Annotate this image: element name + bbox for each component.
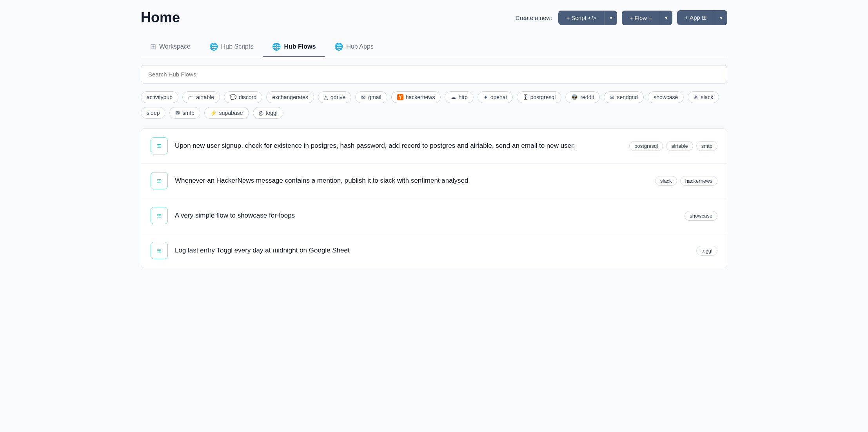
- hackernews-icon: Y: [397, 94, 403, 100]
- filter-tag-toggl-label: toggl: [266, 110, 278, 116]
- flow-item-content: Upon new user signup, check for existenc…: [175, 141, 622, 151]
- header: Home Create a new: + Script </> ▾ + Flow…: [141, 9, 727, 26]
- tab-hub-scripts-label: Hub Scripts: [221, 43, 254, 50]
- filter-tag-slack[interactable]: ✳slack: [688, 91, 719, 103]
- flow-tag-toggl[interactable]: toggl: [696, 246, 717, 256]
- flow-item-tags: showcase: [685, 211, 717, 221]
- filter-tag-smtp-label: smtp: [182, 110, 194, 116]
- flow-item-tags: slackhackernews: [655, 176, 717, 186]
- filter-tag-gdrive[interactable]: △gdrive: [318, 91, 351, 103]
- page-title: Home: [141, 9, 180, 26]
- hub-scripts-icon: 🌐: [209, 42, 218, 51]
- flow-item-title: Log last entry Toggl every day at midnig…: [175, 245, 689, 256]
- filter-tag-hackernews-label: hackernews: [406, 94, 435, 100]
- filter-tag-discord[interactable]: 💬discord: [224, 91, 262, 103]
- filter-tag-showcase-label: showcase: [654, 94, 678, 100]
- tab-workspace[interactable]: ⊞ Workspace: [141, 37, 200, 57]
- filter-tag-openai-label: openai: [490, 94, 507, 100]
- filter-tag-smtp[interactable]: ✉smtp: [169, 107, 200, 119]
- filter-tag-postgresql-label: postgresql: [530, 94, 556, 100]
- toggl-icon: ◎: [259, 110, 263, 116]
- flow-tag-showcase[interactable]: showcase: [685, 211, 717, 221]
- create-script-dropdown[interactable]: ▾: [605, 11, 617, 25]
- workspace-icon: ⊞: [150, 42, 156, 51]
- create-script-button[interactable]: + Script </>: [558, 11, 604, 25]
- flow-item-tags: postgresqlairtablesmtp: [629, 141, 717, 151]
- flow-item[interactable]: ≡Upon new user signup, check for existen…: [141, 129, 727, 163]
- filter-tag-http[interactable]: ☁http: [445, 91, 473, 103]
- flow-item[interactable]: ≡Log last entry Toggl every day at midni…: [141, 233, 727, 268]
- flow-item[interactable]: ≡Whenever an HackerNews message contains…: [141, 163, 727, 198]
- smtp-icon: ✉: [175, 110, 180, 116]
- create-label: Create a new:: [516, 15, 552, 21]
- flow-item[interactable]: ≡A very simple flow to showcase for-loop…: [141, 198, 727, 233]
- filter-tag-gdrive-label: gdrive: [330, 94, 345, 100]
- tab-hub-flows[interactable]: 🌐 Hub Flows: [263, 37, 325, 57]
- flow-btn-group: + Flow ≡ ▾: [622, 11, 673, 25]
- flow-item-title: Upon new user signup, check for existenc…: [175, 141, 622, 151]
- tab-workspace-label: Workspace: [159, 43, 191, 50]
- flow-item-content: Log last entry Toggl every day at midnig…: [175, 245, 689, 256]
- filter-tag-activitypub[interactable]: activitypub: [141, 91, 178, 103]
- flow-tag-hackernews[interactable]: hackernews: [680, 176, 717, 186]
- filter-tag-sendgrid[interactable]: ✉sendgrid: [604, 91, 644, 103]
- flow-item-content: Whenever an HackerNews message contains …: [175, 176, 648, 186]
- filter-tag-reddit-label: reddit: [580, 94, 594, 100]
- tab-hub-flows-label: Hub Flows: [284, 43, 316, 50]
- flow-tag-slack[interactable]: slack: [655, 176, 677, 186]
- flow-list: ≡Upon new user signup, check for existen…: [141, 128, 727, 268]
- flow-item-icon: ≡: [151, 172, 168, 189]
- filter-tag-hackernews[interactable]: Yhackernews: [391, 91, 441, 103]
- create-flow-dropdown[interactable]: ▾: [660, 11, 672, 25]
- filter-tag-airtable[interactable]: 🗃airtable: [182, 91, 220, 103]
- flow-item-icon: ≡: [151, 242, 168, 259]
- filter-tag-slack-label: slack: [701, 94, 713, 100]
- filter-tag-toggl[interactable]: ◎toggl: [253, 107, 283, 119]
- filter-tag-http-label: http: [458, 94, 467, 100]
- tabs-container: ⊞ Workspace 🌐 Hub Scripts 🌐 Hub Flows 🌐 …: [141, 37, 727, 57]
- flow-item-content: A very simple flow to showcase for-loops: [175, 211, 677, 221]
- flow-item-title: Whenever an HackerNews message contains …: [175, 176, 648, 186]
- flow-item-tags: toggl: [696, 246, 717, 256]
- airtable-icon: 🗃: [188, 94, 194, 100]
- search-container: [141, 65, 727, 83]
- create-flow-button[interactable]: + Flow ≡: [622, 11, 660, 25]
- flow-item-icon: ≡: [151, 137, 168, 154]
- flow-tag-postgresql[interactable]: postgresql: [629, 141, 663, 151]
- filter-tag-activitypub-label: activitypub: [147, 94, 173, 100]
- flow-tag-airtable[interactable]: airtable: [666, 141, 693, 151]
- filter-tag-openai[interactable]: ✦openai: [478, 91, 513, 103]
- flow-tag-smtp[interactable]: smtp: [696, 141, 717, 151]
- filter-tag-supabase[interactable]: ⚡supabase: [204, 107, 249, 119]
- app-btn-group: + App ⊞ ▾: [677, 10, 727, 25]
- hub-flows-icon: 🌐: [272, 42, 281, 51]
- openai-icon: ✦: [483, 94, 488, 100]
- tab-hub-apps[interactable]: 🌐 Hub Apps: [325, 37, 383, 57]
- supabase-icon: ⚡: [210, 110, 217, 116]
- search-input[interactable]: [141, 65, 727, 83]
- filter-tag-exchangerates-label: exchangerates: [272, 94, 308, 100]
- filter-tags: activitypub🗃airtable💬discordexchangerate…: [141, 91, 727, 119]
- postgresql-icon: 🗄: [523, 94, 528, 100]
- flow-item-title: A very simple flow to showcase for-loops: [175, 211, 677, 221]
- filter-tag-showcase[interactable]: showcase: [648, 91, 684, 103]
- http-icon: ☁: [450, 94, 456, 100]
- create-app-button[interactable]: + App ⊞: [677, 10, 715, 25]
- reddit-icon: 👽: [571, 94, 578, 100]
- header-actions: Create a new: + Script </> ▾ + Flow ≡ ▾ …: [516, 10, 727, 25]
- filter-tag-gmail[interactable]: ✉gmail: [355, 91, 387, 103]
- page-container: Home Create a new: + Script </> ▾ + Flow…: [128, 0, 740, 278]
- filter-tag-gmail-label: gmail: [368, 94, 381, 100]
- create-app-dropdown[interactable]: ▾: [715, 10, 727, 25]
- filter-tag-exchangerates[interactable]: exchangerates: [266, 91, 314, 103]
- filter-tag-discord-label: discord: [239, 94, 256, 100]
- tab-hub-scripts[interactable]: 🌐 Hub Scripts: [200, 37, 263, 57]
- script-btn-group: + Script </> ▾: [558, 11, 617, 25]
- gdrive-icon: △: [324, 94, 328, 100]
- gmail-icon: ✉: [361, 94, 366, 100]
- filter-tag-reddit[interactable]: 👽reddit: [565, 91, 600, 103]
- filter-tag-airtable-label: airtable: [196, 94, 214, 100]
- filter-tag-postgresql[interactable]: 🗄postgresql: [517, 91, 562, 103]
- slack-icon: ✳: [694, 94, 698, 100]
- filter-tag-sleep[interactable]: sleep: [141, 107, 165, 119]
